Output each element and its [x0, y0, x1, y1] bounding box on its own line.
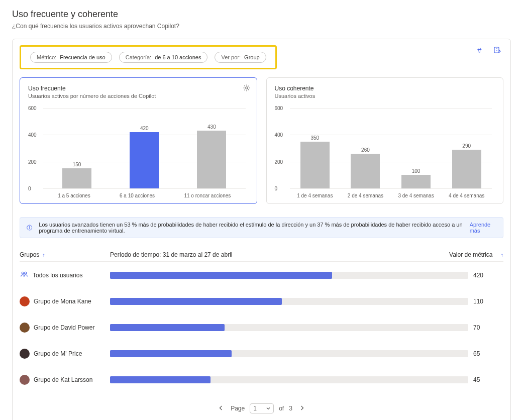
svg-point-4: [29, 226, 30, 227]
metric-value: 110: [468, 298, 503, 305]
pager: Page 1 of 3: [20, 403, 503, 414]
chart-bar[interactable]: 420: [130, 126, 159, 188]
export-icon[interactable]: [493, 46, 501, 54]
chart-bar[interactable]: 100: [401, 168, 431, 188]
chart-frequent-title: Uso frecuente: [28, 85, 249, 92]
filter-metric-label: Métrico:: [37, 54, 56, 60]
pager-prev[interactable]: [217, 403, 226, 414]
bar-track: [110, 350, 468, 357]
chart-bar[interactable]: 430: [197, 124, 226, 188]
filter-metric-value: Frecuencia de uso: [60, 54, 106, 60]
svg-point-1: [245, 87, 247, 89]
info-text: Los usuarios avanzados tienen un 53 % má…: [39, 222, 463, 234]
chart-bar[interactable]: 290: [452, 143, 481, 188]
filter-viewby-value: Group: [244, 54, 260, 60]
sort-up-icon[interactable]: ↑: [501, 252, 504, 258]
chart-bar[interactable]: 260: [351, 147, 380, 188]
page-title: Uso frecuente y coherente: [12, 9, 511, 20]
chevron-down-icon: [266, 405, 270, 412]
groups-header[interactable]: Grupos: [20, 251, 39, 258]
svg-point-5: [22, 272, 24, 274]
filter-category[interactable]: Categoría: de 6 a 10 acciones: [119, 52, 208, 63]
svg-point-6: [25, 272, 27, 274]
chart-frequent-area: 02004006001504204301 a 5 acciones6 a 10 …: [28, 108, 249, 198]
group-name: Todos los usuarios: [33, 272, 82, 279]
dashboard-card: # Métrico: Frecuencia de uso Categoría: …: [12, 39, 511, 420]
chart-frequent-sub: Usuarios activos por número de acciones …: [28, 93, 249, 99]
filter-category-value: de 6 a 10 acciones: [155, 54, 201, 60]
group-name: Grupo de David Power: [34, 324, 94, 331]
group-name: Grupo de Mona Kane: [34, 298, 91, 305]
chart-bar[interactable]: 150: [62, 162, 91, 188]
chart-card-consistent[interactable]: Uso coherente Usuarios activos 020040060…: [266, 77, 504, 204]
sort-up-icon[interactable]: ↑: [42, 252, 45, 258]
metric-value: 45: [468, 376, 503, 383]
pager-current: 1: [253, 405, 257, 412]
chart-card-frequent[interactable]: Uso frecuente Usuarios activos por númer…: [20, 77, 257, 204]
period-header: Período de tiempo: 31 de marzo al 27 de …: [110, 251, 438, 258]
pager-of-label: of: [279, 405, 284, 412]
chart-consistent-sub: Usuarios activos: [275, 93, 495, 99]
group-icon: [20, 270, 29, 280]
avatar: [20, 349, 30, 359]
table-row: Grupo de David Power 70: [20, 314, 503, 341]
avatar: [20, 323, 30, 333]
filter-viewby-label: Ver por:: [221, 54, 241, 60]
pager-next[interactable]: [297, 403, 306, 414]
pager-page-select[interactable]: 1: [250, 403, 274, 413]
filter-metric[interactable]: Métrico: Frecuencia de uso: [30, 52, 112, 63]
hash-icon[interactable]: #: [477, 46, 485, 54]
bar-track: [110, 272, 468, 279]
chart-bar[interactable]: 350: [300, 135, 330, 188]
table-header: Grupos ↑ Período de tiempo: 31 de marzo …: [20, 251, 503, 262]
metric-value: 70: [468, 324, 503, 331]
page-subtitle: ¿Con qué frecuencia los usuarios activos…: [12, 23, 511, 30]
bar-track: [110, 324, 468, 331]
group-name: Grupo de Kat Larsson: [34, 376, 92, 383]
bar-track: [110, 376, 468, 383]
filter-category-label: Categoría:: [126, 54, 151, 60]
filter-bar-highlight: Métrico: Frecuencia de uso Categoría: de…: [20, 45, 277, 69]
info-link[interactable]: Aprende más: [470, 222, 497, 234]
table-row: Grupo de Kat Larsson 45: [20, 367, 503, 393]
avatar: [20, 296, 30, 306]
gear-icon[interactable]: [243, 84, 251, 92]
chart-consistent-area: 02004006003502601002901 de 4 semanas2 de…: [275, 108, 495, 198]
pager-page-label: Page: [231, 405, 245, 412]
table-row: Grupo de Mona Kane 110: [20, 288, 503, 314]
chart-consistent-title: Uso coherente: [275, 85, 495, 92]
bar-track: [110, 298, 468, 305]
metric-value: 65: [468, 350, 503, 357]
info-icon: [26, 224, 33, 232]
table-row: Todos los usuarios 420: [20, 262, 503, 288]
avatar: [20, 375, 30, 385]
pager-total: 3: [289, 405, 292, 412]
info-banner: Los usuarios avanzados tienen un 53 % má…: [20, 217, 503, 238]
metric-header[interactable]: Valor de métrica: [449, 251, 492, 258]
filter-viewby[interactable]: Ver por: Group: [215, 52, 266, 63]
table-row: Grupo de M' Price 65: [20, 341, 503, 367]
group-name: Grupo de M' Price: [34, 350, 82, 357]
metric-value: 420: [468, 272, 503, 279]
